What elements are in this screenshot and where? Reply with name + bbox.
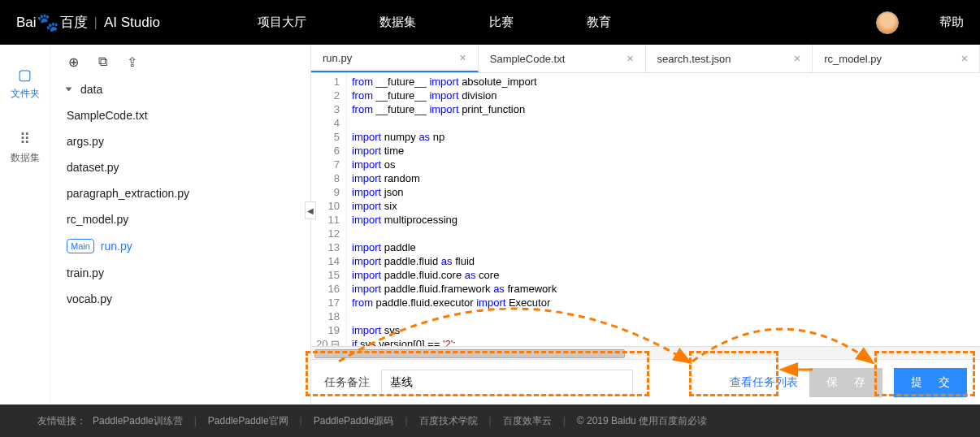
editor-pane: run.py× SampleCode.txt× search.test.json… [310,45,980,405]
tab-rc-model[interactable]: rc_model.py× [813,45,980,72]
submit-button[interactable]: 提 交 [894,368,967,397]
horizontal-scrollbar[interactable] [311,346,980,359]
sidebar-files[interactable]: ▢ 文件夹 [11,66,40,101]
logo[interactable]: Bai🐾百度 | AI Studio [16,12,160,33]
file-name: SampleCode.txt [67,109,148,122]
footer-link[interactable]: PaddlePaddle官网 [208,414,288,428]
file-name: paragraph_extraction.py [67,187,189,200]
code-area[interactable]: 1234567891011121314151617181920 ⊟2122232… [311,73,980,346]
folder-row[interactable]: data [62,76,299,102]
sidebar-item-label: 数据集 [11,151,40,165]
logo-cn: 百度 [60,13,88,32]
save-button[interactable]: 保 存 [809,368,882,397]
logo-text: Bai [16,15,37,31]
footer-copy[interactable]: © 2019 Baidu 使用百度前必读 [577,414,707,428]
nav-dataset[interactable]: 数据集 [379,15,416,30]
close-icon[interactable]: × [627,52,633,65]
close-icon[interactable]: × [460,51,466,64]
footer: 友情链接： PaddlePaddle训练营| PaddlePaddle官网| P… [0,405,980,437]
folder-name: data [80,83,102,96]
close-icon[interactable]: × [961,52,968,65]
file-row[interactable]: train.py [62,260,299,286]
file-row[interactable]: vocab.py [62,286,299,312]
footer-label: 友情链接： [37,414,86,428]
file-name: dataset.py [67,161,119,174]
tab-search-json[interactable]: search.test.json× [646,45,813,72]
main-badge: Main [67,239,94,253]
file-row[interactable]: paragraph_extraction.py [62,180,299,206]
close-icon[interactable]: × [794,52,800,65]
task-note-label: 任务备注 [324,375,370,390]
file-name: run.py [101,240,132,253]
logo-separator: | [94,15,98,31]
tab-label: search.test.json [657,53,731,65]
footer-link[interactable]: PaddlePaddle源码 [314,414,394,428]
tab-samplecode[interactable]: SampleCode.txt× [479,45,646,72]
sidebar-dataset[interactable]: ⠿ 数据集 [11,130,40,165]
file-name: train.py [67,266,104,279]
file-list: data SampleCode.txt args.py dataset.py p… [50,76,310,312]
tab-label: rc_model.py [824,53,882,65]
sidebar-item-label: 文件夹 [11,87,40,101]
footer-link[interactable]: PaddlePaddle训练营 [93,414,183,428]
logo-suffix: AI Studio [104,15,160,31]
avatar[interactable] [876,11,899,34]
paw-icon: 🐾 [37,12,59,33]
upload-icon[interactable]: ⇪ [127,54,137,70]
tab-label: run.py [323,52,352,64]
file-explorer: ⊕ ⧉ ⇪ data SampleCode.txt args.py datase… [50,45,310,405]
dataset-icon: ⠿ [20,130,30,148]
file-name: args.py [67,135,104,148]
new-file-icon[interactable]: ⊕ [68,54,79,70]
collapse-panel-icon[interactable]: ◀ [305,201,316,219]
nav-project[interactable]: 项目大厅 [258,15,306,30]
footer-link[interactable]: 百度技术学院 [419,414,478,428]
file-row[interactable]: dataset.py [62,154,299,180]
bottom-bar: 任务备注 查看任务列表 保 存 提 交 [311,359,980,405]
tab-label: SampleCode.txt [490,53,566,65]
tab-run-py[interactable]: run.py× [311,45,479,72]
file-name: vocab.py [67,292,112,305]
file-row[interactable]: rc_model.py [62,206,299,232]
folder-icon: ▢ [18,66,32,84]
new-folder-icon[interactable]: ⧉ [98,54,107,70]
task-note-input[interactable] [381,370,633,396]
top-bar: Bai🐾百度 | AI Studio 项目大厅 数据集 比赛 教育 帮助 [0,0,980,45]
nav-right: 帮助 [876,11,964,34]
file-row[interactable]: args.py [62,128,299,154]
footer-link[interactable]: 百度效率云 [503,414,552,428]
file-row-active[interactable]: Mainrun.py [62,232,299,260]
view-tasks-link[interactable]: 查看任务列表 [730,375,798,390]
file-row[interactable]: SampleCode.txt [62,102,299,128]
main-nav: 项目大厅 数据集 比赛 教育 [258,15,611,30]
file-name: rc_model.py [67,213,128,226]
nav-education[interactable]: 教育 [587,15,611,30]
nav-contest[interactable]: 比赛 [489,15,514,30]
line-gutter: 1234567891011121314151617181920 ⊟2122232… [311,73,347,346]
nav-help[interactable]: 帮助 [939,15,964,30]
file-toolbar: ⊕ ⧉ ⇪ [50,45,310,76]
editor-tabs: run.py× SampleCode.txt× search.test.json… [311,45,980,73]
vertical-sidebar: ▢ 文件夹 ⠿ 数据集 [0,45,50,405]
code-lines[interactable]: from __future__ import absolute_importfr… [347,73,980,346]
